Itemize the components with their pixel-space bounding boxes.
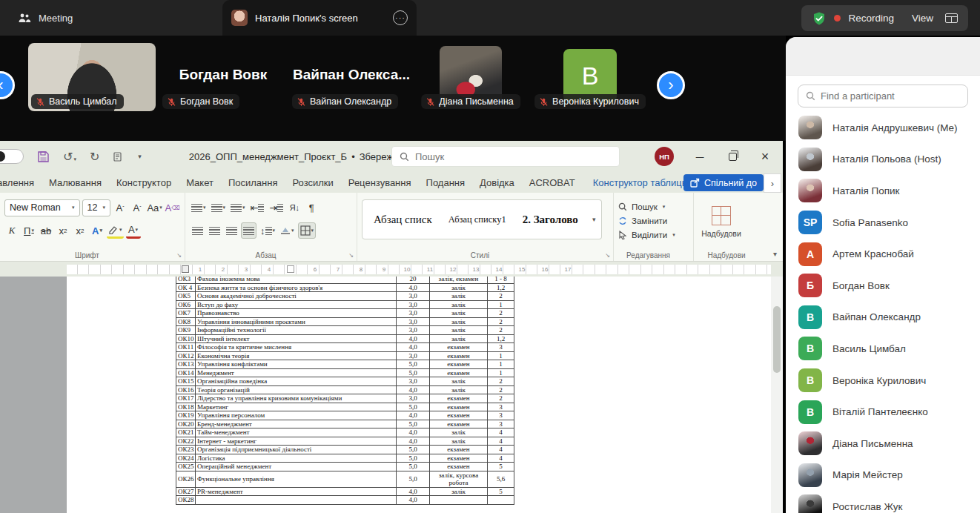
ribbon-context-tab-Конструктор таблиць[interactable]: Конструктор таблиць	[583, 177, 698, 188]
multilevel-list-button[interactable]: ▾	[229, 199, 247, 216]
shrink-font-button[interactable]: Aˇ	[130, 199, 145, 216]
share-button[interactable]: Спільний до	[683, 174, 764, 191]
bullet-list-button[interactable]: ▾	[190, 199, 208, 216]
clear-formatting-button[interactable]: A⌫	[165, 199, 180, 216]
ribbon-tab-Довідка[interactable]: Довідка	[472, 177, 522, 188]
pilcrow-button[interactable]: ¶	[304, 199, 319, 216]
highlight-button[interactable]: ▾	[107, 222, 124, 239]
font-color-button[interactable]: A▾	[126, 222, 141, 239]
word-search-box[interactable]	[391, 146, 620, 167]
ribbon-tab-Конструктор[interactable]: Конструктор	[109, 177, 179, 188]
participant-row[interactable]: Наталія Польова (Host)	[786, 144, 980, 176]
font-dialog-launcher-icon[interactable]: ↘	[176, 252, 182, 259]
tab-meeting[interactable]: Meeting	[18, 0, 73, 36]
video-tile[interactable]: Василь Цимбал	[28, 43, 156, 111]
horizontal-ruler[interactable]: 1234567891011121314151617	[0, 262, 783, 277]
participant-row[interactable]: Ростислав Жук	[786, 491, 980, 513]
tab-shared-screen[interactable]: Наталія Попик's screen ···	[222, 0, 417, 36]
addins-button[interactable]: Надбудови	[698, 198, 744, 245]
font-name-select[interactable]: New Roman▾	[4, 199, 80, 216]
close-button[interactable]: ×	[749, 141, 781, 172]
ribbon-tab-Рецензування[interactable]: Рецензування	[341, 177, 419, 188]
ribbon-tab-Розсилки[interactable]: Розсилки	[285, 177, 340, 188]
shading-button[interactable]: ▾	[279, 222, 296, 239]
participant-row[interactable]: ВВайпан Олександр	[786, 302, 980, 334]
ribbon-tab-авлення[interactable]: авлення	[0, 177, 42, 188]
align-left-button[interactable]	[190, 222, 205, 239]
participant-row[interactable]: SPSofia Panasenko	[786, 207, 980, 239]
editing-item-Пошук[interactable]: Пошук▾	[618, 199, 689, 214]
justify-button[interactable]	[241, 222, 256, 239]
participant-row[interactable]: Діана Письменна	[786, 428, 980, 460]
document-scrollbar[interactable]	[771, 277, 783, 513]
numbered-list-button[interactable]: ▾	[210, 199, 228, 216]
subscript-button[interactable]: x2	[56, 222, 70, 239]
participant-row[interactable]: ААртем Краснобай	[786, 238, 980, 270]
participant-search-input[interactable]	[821, 90, 960, 102]
borders-button[interactable]: ▾	[298, 222, 317, 239]
ribbon-collapse-icon[interactable]: ▾	[773, 250, 777, 258]
touch-mode-icon[interactable]	[113, 151, 124, 162]
ribbon-tab-ACROBAT[interactable]: ACROBAT	[522, 177, 583, 188]
undo-icon[interactable]: ↺▾	[63, 150, 76, 164]
underline-button[interactable]: П▾	[21, 222, 36, 239]
superscript-button[interactable]: x2	[73, 222, 87, 239]
participant-row[interactable]: ВВасиль Цимбал	[786, 333, 980, 365]
grow-font-button[interactable]: Aˆ	[113, 199, 128, 216]
word-search-input[interactable]	[415, 151, 612, 162]
line-spacing-button[interactable]: ↕▾	[259, 222, 277, 239]
styles-dialog-launcher-icon[interactable]: ↘	[605, 252, 610, 259]
video-tile[interactable]: Богдан ВовкБогдан Вовк	[159, 43, 287, 111]
align-right-button[interactable]	[224, 222, 239, 239]
editing-item-Виділити[interactable]: Виділити▾	[618, 228, 689, 242]
participant-row[interactable]: ББогдан Вовк	[786, 270, 980, 302]
video-tile[interactable]: ВВероніка Курилович	[530, 43, 650, 111]
filmstrip-prev-button[interactable]: ‹	[0, 71, 15, 99]
align-center-button[interactable]	[207, 222, 222, 239]
save-icon[interactable]	[37, 150, 50, 163]
italic-button[interactable]: К	[4, 222, 19, 239]
ribbon-tab-Подання[interactable]: Подання	[419, 177, 473, 188]
participant-search-box[interactable]	[798, 85, 968, 107]
autosave-toggle[interactable]	[0, 149, 24, 164]
participant-row[interactable]: ВВероніка Курилович	[786, 365, 980, 397]
change-case-button[interactable]: Aa▾	[147, 199, 162, 216]
restore-button[interactable]	[716, 141, 749, 172]
ruler-indent-marker[interactable]	[182, 265, 189, 273]
view-button-label[interactable]: View	[912, 13, 933, 24]
font-size-select[interactable]: 12▾	[82, 199, 110, 216]
document-title[interactable]: 2026_ОПП_менеджмент_Проєкт_Б • Збережено…	[189, 151, 417, 162]
editing-item-Замінити[interactable]: Замінити	[618, 214, 689, 228]
view-grid-icon[interactable]	[945, 13, 958, 23]
document-page[interactable]: ОК3Фахова іноземна мова20залік, екзамен1…	[67, 277, 771, 513]
increase-indent-button[interactable]: ⇥	[268, 199, 285, 216]
decrease-indent-button[interactable]: ⇤	[249, 199, 266, 216]
tab-overflow-button[interactable]: ›	[764, 173, 781, 193]
account-avatar[interactable]: НП	[655, 147, 674, 166]
security-shield-icon[interactable]	[812, 11, 827, 26]
quick-access-customize-icon[interactable]: ▾	[138, 153, 142, 160]
ribbon-tab-Малювання[interactable]: Малювання	[42, 177, 109, 188]
text-effects-button[interactable]: A▾	[90, 222, 105, 239]
minimize-button[interactable]: ─	[683, 141, 716, 172]
ribbon-tab-Посилання[interactable]: Посилання	[221, 177, 285, 188]
participant-row[interactable]: ВВіталій Пантелеєнко	[786, 396, 980, 428]
redo-icon[interactable]: ↻	[90, 150, 99, 164]
strikethrough-button[interactable]: ab	[39, 222, 53, 239]
participant-row[interactable]: Наталія Попик	[786, 175, 980, 207]
sort-button[interactable]: Я↓	[287, 199, 302, 216]
style-chip[interactable]: Абзац списк	[367, 214, 439, 226]
paragraph-dialog-launcher-icon[interactable]: ↘	[348, 252, 354, 259]
ribbon-tab-Макет[interactable]: Макет	[179, 177, 221, 188]
tab-more-icon[interactable]: ···	[393, 10, 408, 25]
scrollbar-thumb[interactable]	[773, 306, 781, 373]
participant-row[interactable]: Наталія Андрушкевич (Me)	[786, 112, 980, 144]
participant-row[interactable]: Марія Мейстер	[786, 460, 980, 492]
video-tile[interactable]: Діана Письменна	[411, 43, 530, 111]
ruler-column-marker[interactable]	[287, 265, 294, 273]
video-tile[interactable]: Вайпан Олекса...Вайпан Олександр	[289, 43, 414, 111]
filmstrip-next-button[interactable]: ›	[657, 71, 685, 99]
style-chip[interactable]: 2. Заголово	[516, 214, 585, 226]
styles-gallery-more-icon[interactable]: ▾	[587, 199, 602, 239]
style-chip[interactable]: Абзац списку1	[442, 214, 513, 225]
